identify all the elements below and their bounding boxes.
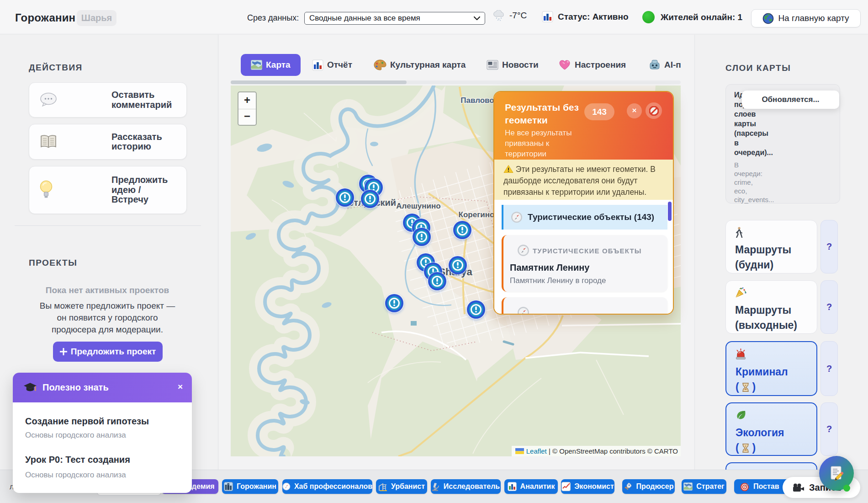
svg-text:Алешунино: Алешунино [396, 202, 440, 210]
svg-text:Павлово: Павлово [460, 96, 494, 105]
svg-text:Корегино: Корегино [459, 210, 495, 219]
